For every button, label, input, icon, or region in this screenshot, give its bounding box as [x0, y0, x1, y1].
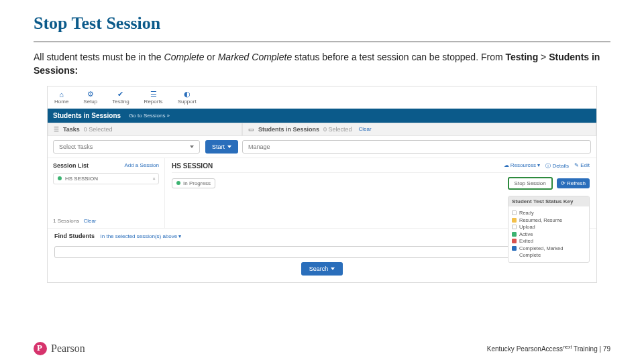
status-dot-icon — [58, 176, 62, 180]
chevron-down-icon — [331, 267, 335, 270]
select-tasks-dropdown[interactable]: Select Tasks — [53, 140, 200, 154]
key-row: Completed, Marked — [512, 245, 586, 251]
start-button[interactable]: Start — [205, 140, 238, 154]
chevron-down-icon — [227, 145, 231, 148]
key-row: Upload — [512, 224, 586, 230]
go-to-sessions-link[interactable]: Go to Sessions » — [129, 113, 170, 119]
key-label: Ready — [519, 210, 534, 216]
nav-reports[interactable]: ☰Reports — [144, 90, 163, 105]
instruction-text: All student tests must be in the Complet… — [34, 50, 610, 78]
color-swatch-icon — [512, 239, 517, 243]
list-icon: ☰ — [150, 90, 158, 99]
sis-header: ▭ Students in Sessions 0 Selected Clear — [242, 123, 596, 136]
logo-icon — [34, 342, 47, 355]
clear-link[interactable]: Clear — [359, 126, 372, 132]
divider — [34, 42, 610, 42]
refresh-button[interactable]: ⟳ Refresh — [557, 178, 590, 188]
manage-dropdown[interactable]: Manage — [242, 140, 591, 154]
key-label: Active — [519, 231, 533, 237]
home-icon: ⌂ — [58, 90, 66, 99]
color-swatch-icon — [512, 246, 517, 251]
nav-support[interactable]: ◐Support — [178, 90, 197, 105]
breadcrumb-title: Students in Sessions — [53, 112, 121, 119]
key-row: Ready — [512, 210, 586, 216]
status-key-title: Student Test Status Key — [508, 196, 589, 206]
color-swatch-icon — [512, 232, 517, 237]
page-title: Stop Test Session — [34, 13, 610, 34]
breadcrumb-bar: Students in Sessions Go to Sessions » — [48, 109, 596, 123]
session-list-panel: Session List Add a Session HS SESSION × … — [48, 158, 165, 228]
gear-icon: ⚙ — [87, 90, 95, 99]
key-row: Exited — [512, 238, 586, 244]
session-name: HS SESSION — [172, 162, 213, 170]
remove-icon[interactable]: × — [152, 176, 156, 182]
color-swatch-icon — [512, 253, 517, 257]
nav-home[interactable]: ⌂Home — [54, 90, 68, 105]
key-row: Resumed, Resume — [512, 217, 586, 223]
key-label: Exited — [519, 238, 533, 244]
find-label: Find Students — [54, 233, 95, 239]
find-scope-link[interactable]: In the selected session(s) above ▾ — [101, 233, 182, 239]
pearson-logo: Pearson — [34, 342, 85, 355]
details-link[interactable]: ⓘ Details — [545, 162, 569, 170]
footer-text: Kentucky PearsonAccessnext Training | 79 — [487, 345, 610, 353]
app-screenshot: ⌂Home ⚙Setup ✔Testing ☰Reports ◐Support … — [47, 86, 597, 283]
tasks-count: 0 Selected — [84, 126, 113, 133]
session-item[interactable]: HS SESSION × — [53, 173, 159, 184]
session-count: 1 Sessions Clear — [53, 218, 159, 224]
session-list-title: Session List — [53, 162, 89, 169]
add-session-link[interactable]: Add a Session — [124, 162, 159, 168]
nav-testing[interactable]: ✔Testing — [112, 90, 129, 105]
key-label: Resumed, Resume — [519, 217, 562, 223]
color-swatch-icon — [512, 225, 517, 229]
key-label: Completed, Marked — [519, 245, 563, 251]
support-icon: ◐ — [183, 90, 191, 99]
nav-setup[interactable]: ⚙Setup — [83, 90, 97, 105]
key-row: Complete — [512, 252, 586, 258]
status-chip: In Progress — [172, 178, 215, 188]
tasks-header: ☰ Tasks 0 Selected — [48, 123, 242, 136]
stop-session-button[interactable]: Stop Session — [508, 177, 553, 190]
sis-count: 0 Selected — [323, 126, 352, 133]
check-icon: ✔ — [117, 90, 125, 99]
tasks-icon: ☰ — [54, 126, 59, 133]
clear-link[interactable]: Clear — [83, 218, 96, 224]
resources-link[interactable]: ☁ Resources ▾ — [504, 162, 541, 170]
status-dot-icon — [176, 181, 180, 185]
key-row: Active — [512, 231, 586, 237]
top-nav: ⌂Home ⚙Setup ✔Testing ☰Reports ◐Support — [48, 86, 596, 109]
list-icon: ▭ — [248, 126, 254, 133]
color-swatch-icon — [512, 210, 517, 215]
key-label: Upload — [519, 224, 535, 230]
session-main-panel: HS SESSION ☁ Resources ▾ ⓘ Details ✎ Edi… — [165, 158, 596, 228]
status-key-panel: Student Test Status Key ReadyResumed, Re… — [508, 196, 590, 263]
edit-link[interactable]: ✎ Edit — [574, 162, 590, 170]
search-button[interactable]: Search — [301, 262, 343, 276]
color-swatch-icon — [512, 218, 517, 223]
chevron-down-icon — [190, 145, 194, 148]
key-label: Complete — [519, 252, 541, 258]
